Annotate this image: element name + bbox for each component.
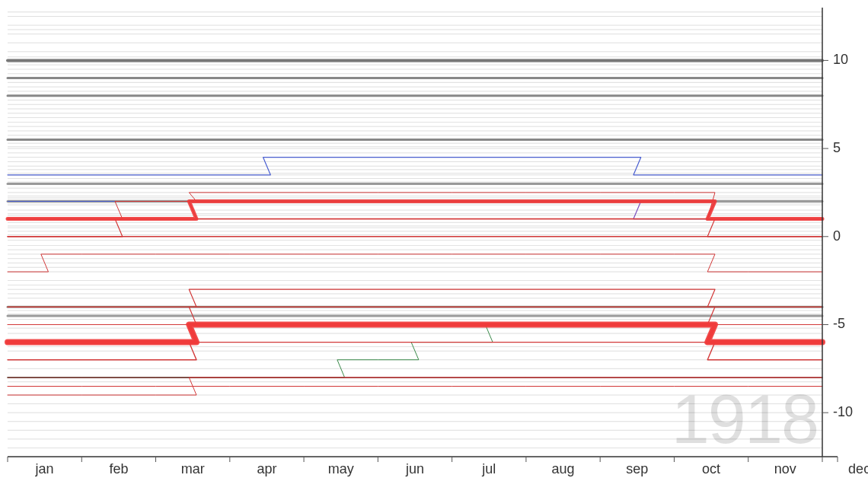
x-tick-label: aug — [552, 461, 575, 476]
x-tick-label: jun — [405, 461, 424, 476]
x-tick-label: jan — [35, 461, 54, 476]
x-tick-label: feb — [109, 461, 128, 476]
year-watermark: 1918 — [672, 381, 818, 457]
timezone-year-chart: -10-50510janfebmaraprmayjunjulaugsepoctn… — [0, 0, 868, 478]
x-tick-label: nov — [774, 461, 796, 476]
y-tick-label: -10 — [833, 404, 853, 419]
y-tick-label: 5 — [833, 140, 841, 155]
x-tick-label: may — [328, 461, 354, 476]
x-tick-label: apr — [257, 461, 276, 476]
y-tick-label: 0 — [833, 228, 841, 244]
x-tick-label: dec — [848, 461, 868, 476]
x-tick-label: oct — [702, 461, 720, 476]
y-tick-label: -5 — [833, 316, 845, 331]
y-tick-label: 10 — [833, 52, 848, 67]
x-tick-label: mar — [181, 461, 205, 476]
x-tick-label: sep — [626, 461, 648, 476]
series-red-e — [8, 193, 822, 219]
x-tick-label: jul — [481, 461, 496, 476]
